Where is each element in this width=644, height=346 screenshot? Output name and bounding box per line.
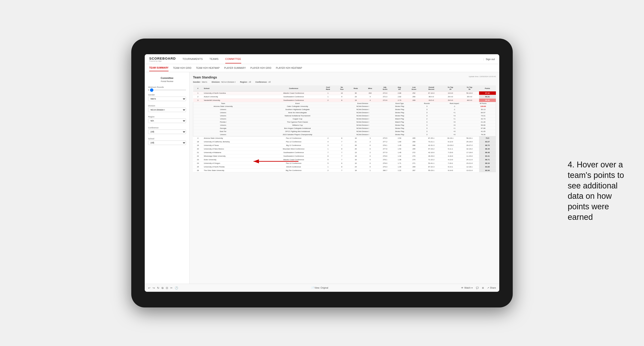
sidebar-label-school: School	[148, 138, 186, 140]
paste-icon[interactable]: ⊡	[166, 286, 168, 290]
subnav-team-h2h-grid[interactable]: TEAM H2H GRID	[173, 65, 192, 71]
subnav-team-h2h-heatmap[interactable]: TEAM H2H HEATMAP	[196, 65, 220, 71]
division-select[interactable]: NCAA Division I NCAA Division II NCAA Di…	[148, 108, 186, 112]
col-adj-score: Adj.Score	[377, 85, 393, 91]
conference-select[interactable]: (All)	[148, 130, 186, 134]
feedback-button[interactable]: 💬	[476, 287, 478, 289]
points-cell[interactable]: 88.34	[479, 162, 496, 165]
subnav-team-summary[interactable]: TEAM SUMMARY	[149, 65, 168, 71]
slider-container: 0	[148, 89, 186, 91]
filter-conference: Conference: All	[255, 81, 270, 83]
nav-separator: |	[483, 58, 484, 60]
chevron-down-icon: ▾	[472, 287, 472, 289]
col-wins: Wins	[363, 85, 377, 91]
points-cell[interactable]: 83.07	[479, 140, 496, 144]
scissors-icon[interactable]: ✂	[170, 286, 172, 290]
standings-title: Team Standings	[193, 76, 217, 79]
points-cell[interactable]: 88.48	[479, 151, 496, 154]
points-cell[interactable]: 83.89	[479, 165, 496, 169]
popup-row: Arizona State University Cater Collegiat…	[193, 105, 496, 108]
points-cell[interactable]: 80.94	[479, 169, 496, 172]
col-vs50: Vs Top50	[460, 85, 479, 91]
points-cell[interactable]: 83.41	[479, 154, 496, 158]
subnav-player-h2h-grid[interactable]: PLAYER H2H GRID	[250, 65, 272, 71]
nav-committee[interactable]: COMMITTEE	[225, 55, 241, 63]
points-cell[interactable]: 88.49	[479, 147, 496, 151]
col-conference: Conference	[266, 85, 321, 91]
sub-nav: TEAM SUMMARY TEAM H2H GRID TEAM H2H HEAT…	[145, 64, 499, 72]
top-nav: SCOREBOARD Powered by clippi TOURNAMENTS…	[145, 54, 499, 64]
col-vs25: Vs Top25	[441, 85, 460, 91]
annotation-container: 4. Hover over a team's points to see add…	[568, 160, 630, 222]
toolbar-left: ↩ ↪ ↻ ⧉ ⊡ ✂ 🕐	[148, 286, 178, 290]
update-time: Update time: 13/03/2024 10:03:42	[469, 76, 496, 78]
table-row: 18 University of California, Berkeley Pa…	[193, 140, 496, 144]
col-low-score: LowScore	[406, 85, 422, 91]
left-sidebar: Committee Portal Review Minimum Rounds 0…	[145, 72, 190, 284]
share-button[interactable]: ↗ Share	[487, 287, 496, 289]
watch-button[interactable]: 👁 Watch ▾	[461, 287, 472, 289]
table-row: 3 Vanderbilt University Southeastern Con…	[193, 99, 496, 102]
table-row: 26 The Ohio State University Big Ten Con…	[193, 169, 496, 172]
table-row: 1 University of North Carolina Atlantic …	[193, 91, 496, 95]
nav-tournaments[interactable]: TOURNAMENTS	[182, 55, 202, 63]
points-cell[interactable]: 88.70	[479, 144, 496, 147]
grid-icon: ⊞	[482, 287, 484, 289]
sidebar-label-region: Region	[148, 116, 186, 118]
sidebar-subtitle: Portal Review	[148, 80, 186, 82]
region-select[interactable]: N/A All	[148, 119, 186, 123]
sidebar-label-conference: Conference	[148, 127, 186, 129]
col-overall: OverallRecord	[422, 85, 441, 91]
sidebar-title: Committee	[148, 77, 186, 79]
points-cell[interactable]: 88.71	[479, 158, 496, 162]
table-row: 20 University of New Mexico Mountain Wes…	[193, 147, 496, 151]
gender-select[interactable]: Men's Women's	[148, 97, 186, 101]
col-conf-rank: ConfRank	[321, 85, 335, 91]
points-cell[interactable]: 97.02	[479, 91, 496, 95]
filter-row: Gender: Men's Division: NCAA Division I …	[193, 81, 496, 83]
sidebar-label-min-rounds: Minimum Rounds	[148, 86, 186, 88]
chat-icon: 💬	[476, 287, 478, 289]
popup-row: Univers Southern Highlands Collegiate NC…	[193, 108, 496, 111]
redo-icon[interactable]: ↪	[152, 286, 155, 290]
col-points: Points	[479, 85, 496, 91]
clock-icon[interactable]: 🕐	[175, 286, 178, 290]
table-row: 25 University of North Florida ASUN Conf…	[193, 165, 496, 169]
points-cell[interactable]: 79.5	[479, 137, 496, 140]
right-content: Team Standings Update time: 13/03/2024 1…	[190, 72, 499, 284]
points-cell-hover[interactable]: 90.30	[479, 99, 496, 102]
eye-icon: 👁	[461, 287, 463, 289]
popup-row: Univers Copper Cup NCAA Division I Match…	[193, 117, 496, 121]
refresh-icon[interactable]: ↻	[157, 286, 159, 290]
logo-text: SCOREBOARD	[149, 56, 176, 60]
logo-area: SCOREBOARD Powered by clippi	[149, 56, 176, 62]
filter-gender: Gender: Men's	[193, 81, 207, 83]
subnav-player-summary[interactable]: PLAYER SUMMARY	[224, 65, 246, 71]
standings-header: Team Standings Update time: 13/03/2024 1…	[193, 76, 496, 79]
subnav-player-h2h-heatmap[interactable]: PLAYER H2H HEATMAP	[276, 65, 302, 71]
popup-row: Univers 2023 Sahalee Players Championshi…	[193, 133, 496, 136]
table-row: 4 Arizona State University Pac-12 Confer…	[193, 137, 496, 140]
layout-button[interactable]: ⊞	[482, 287, 484, 289]
school-select[interactable]: (All)	[148, 141, 186, 145]
bottom-toolbar: ↩ ↪ ↻ ⧉ ⊡ ✂ 🕐 📄 View: Original 👁 Watch ▾	[145, 284, 499, 292]
points-cell[interactable]: 93.31	[479, 95, 496, 99]
logo-sub: Powered by clippi	[149, 60, 176, 62]
table-row: 24 University of Oregon Pac-12 Conferenc…	[193, 162, 496, 165]
popup-row: Univers Williams Cup NCAA Division I Str…	[193, 124, 496, 127]
copy-icon[interactable]: ⧉	[162, 286, 164, 290]
sign-out-button[interactable]: Sign out	[486, 58, 495, 60]
min-rounds-slider[interactable]	[150, 90, 186, 90]
tablet-screen: SCOREBOARD Powered by clippi TOURNAMENTS…	[145, 54, 499, 292]
nav-links: TOURNAMENTS TEAMS COMMITTEE	[182, 55, 483, 63]
table-row: 22 Mississippi State University Southeas…	[193, 154, 496, 158]
tablet-shell: SCOREBOARD Powered by clippi TOURNAMENTS…	[131, 38, 513, 308]
share-icon: ↗	[487, 287, 489, 289]
popup-row: Florida I The Cypress Point Classic NCAA…	[193, 121, 496, 124]
undo-icon[interactable]: ↩	[148, 286, 150, 290]
nav-teams[interactable]: TEAMS	[210, 55, 218, 63]
view-original-button[interactable]: 📄 View: Original	[311, 287, 328, 289]
col-avg-sg: Avg.SG	[393, 85, 406, 91]
table-row: 19 University of Texas Big 12 Conference…	[193, 144, 496, 147]
expanded-popup-row: Team Event Event Division Event Type Rou…	[193, 102, 496, 137]
